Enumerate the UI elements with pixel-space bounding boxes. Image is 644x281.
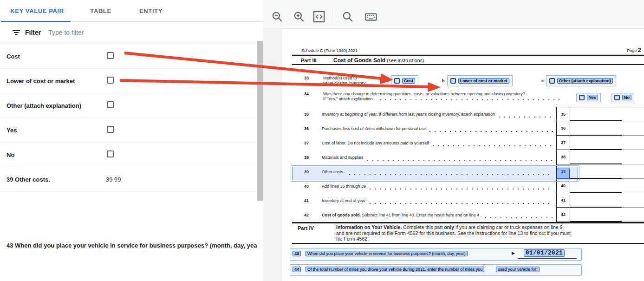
kv-row-vehicle-date[interactable]: 43 When did you place your vehicle in se… [0, 235, 257, 256]
highlight-box-cost[interactable]: Cost [391, 75, 418, 86]
option-34-no[interactable]: No [611, 93, 634, 102]
kv-row-other-costs[interactable]: 39 Other costs. 39 99 [0, 167, 257, 192]
form-row-39: 39 Other costs . 39 [292, 164, 644, 179]
row-num: 39 [292, 170, 322, 174]
option-33c[interactable]: c Other (attach explanation) [541, 75, 616, 86]
option-letter: b [442, 78, 445, 83]
row-num: 42 [292, 213, 322, 217]
app-window: KEY VALUE PAIR TABLE ENTITY Filter Cost … [0, 0, 644, 281]
kv-value: 39 99 [106, 176, 121, 183]
form-row-42: 42 Cost of goods sold. Subtract line 41 … [292, 208, 644, 222]
row-num: 41 [292, 198, 322, 203]
highlight-box-yes[interactable]: Yes [576, 93, 601, 102]
option-33b[interactable]: b Lower of cost or market [442, 75, 513, 86]
kv-row-cost[interactable]: Cost [0, 44, 257, 69]
option-34-yes[interactable]: Yes [576, 93, 601, 102]
amount-cell [570, 164, 644, 179]
option-letter: c [541, 78, 544, 83]
option-33a[interactable]: a Cost [386, 75, 418, 86]
checkbox[interactable] [107, 150, 114, 157]
highlight-box-line43[interactable]: 43 When did you place your vehicle in se… [290, 248, 582, 261]
filter-bar: Filter [0, 22, 263, 43]
zoom-in-icon [293, 11, 305, 23]
kv-row-no[interactable]: No [0, 143, 257, 167]
filter-label: Filter [25, 29, 41, 36]
form-row-41: 41 Inventory at end of year 41 [292, 193, 644, 208]
checkbox[interactable] [107, 52, 114, 59]
checkbox-yes-icon[interactable] [579, 95, 585, 100]
highlight-box-lower-of-cost[interactable]: Lower of cost or market [447, 75, 513, 86]
kv-row-other[interactable]: Other (attach explanation) [0, 93, 257, 118]
code-embed-icon [312, 10, 325, 23]
line43-pointer: ▶ [512, 251, 515, 255]
checkbox[interactable] [107, 77, 114, 84]
checkbox-33a-icon[interactable] [394, 78, 400, 84]
form-row-36: 36 Purchases less cost of items withdraw… [292, 121, 644, 136]
form-row-38: 38 Materials and supplies 38 [292, 150, 644, 164]
option-label: Other (attach explanation) [557, 78, 613, 84]
row-box-num: 38 [556, 150, 570, 164]
scrollbar-thumb[interactable] [257, 41, 263, 201]
line43-num-chip: 43 [293, 251, 301, 256]
part3-title: Cost of Goods Sold (see instructions) [333, 57, 424, 64]
amount-cell [570, 208, 644, 222]
line44-num-chip: 44 [293, 267, 301, 272]
line43-value[interactable]: 01/01/2021 [524, 249, 565, 257]
line34-num: 34 [304, 91, 309, 97]
page-number: 2 [638, 46, 641, 53]
line44-text-chip: Of the total number of miles you drove y… [306, 267, 484, 272]
row-num: 40 [292, 184, 322, 189]
checkbox-33b-icon[interactable] [450, 78, 456, 84]
checkbox-33c-icon[interactable] [549, 78, 555, 84]
form-row-40: 40 Add lines 35 through 39 40 [292, 179, 644, 193]
shortcut-keys-button[interactable] [364, 10, 377, 23]
kv-key: 43 When did you place your vehicle in se… [7, 242, 257, 249]
highlight-box-other[interactable]: Other (attach explanation) [546, 75, 616, 86]
highlight-box-line44[interactable]: 44 Of the total number of miles you drov… [290, 264, 582, 276]
form-row-35: 35 Inventory at beginning of year. If di… [292, 107, 644, 121]
checkbox[interactable] [107, 101, 114, 108]
tab-table[interactable]: TABLE [80, 0, 122, 21]
kv-key: Cost [7, 53, 20, 60]
dot-leader [380, 99, 561, 100]
document-pane: Schedule C (Form 1040) 2021 Page 2 Part … [263, 0, 644, 281]
row-box-num: 39 [556, 164, 570, 179]
option-letter: a [386, 78, 389, 83]
highlight-box-no[interactable]: No [611, 93, 634, 102]
row-num: 36 [292, 126, 322, 131]
line33-num: 33 [304, 76, 309, 81]
search-icon [342, 11, 354, 23]
row-box-num: 41 [556, 193, 570, 208]
zoom-in-button[interactable] [293, 10, 306, 23]
zoom-out-button[interactable] [271, 10, 284, 23]
amount-cell [570, 121, 644, 136]
row-box-num: 40 [556, 179, 570, 193]
form-row-37: 37 Cost of labor. Do not include any amo… [292, 136, 644, 150]
kv-row-yes[interactable]: Yes [0, 118, 257, 143]
extraction-panel: KEY VALUE PAIR TABLE ENTITY Filter Cost … [0, 0, 263, 281]
row-box-num: 42 [556, 208, 570, 222]
form-title: Schedule C (Form 1040) 2021 [301, 48, 358, 53]
embed-code-button[interactable] [312, 10, 325, 23]
kv-key: Yes [7, 127, 17, 134]
tab-entity[interactable]: ENTITY [130, 0, 172, 21]
option-label: Lower of cost or market [458, 78, 509, 84]
tab-key-value-pair[interactable]: KEY VALUE PAIR [0, 0, 74, 21]
kv-key: 39 Other costs. [7, 176, 50, 183]
row-box-num: 35 [556, 107, 570, 121]
document-viewer[interactable]: Schedule C (Form 1040) 2021 Page 2 Part … [263, 29, 644, 281]
checkbox-no-icon[interactable] [614, 95, 620, 100]
page-indicator: Page 2 [627, 46, 641, 53]
filter-input[interactable] [47, 28, 140, 37]
document-page: Schedule C (Form 1040) 2021 Page 2 Part … [282, 29, 644, 281]
row-num: 38 [292, 155, 322, 160]
option-label: Cost [402, 78, 415, 84]
search-button[interactable] [341, 10, 354, 23]
part4-label: Part IV [298, 225, 314, 231]
row-box-num: 37 [556, 136, 570, 150]
page-label: Page [627, 48, 637, 53]
checkbox[interactable] [107, 126, 114, 133]
kv-key: Lower of cost or market [7, 78, 75, 85]
kv-row-lower-of-cost[interactable]: Lower of cost or market [0, 69, 257, 93]
zoom-out-icon [271, 11, 283, 23]
